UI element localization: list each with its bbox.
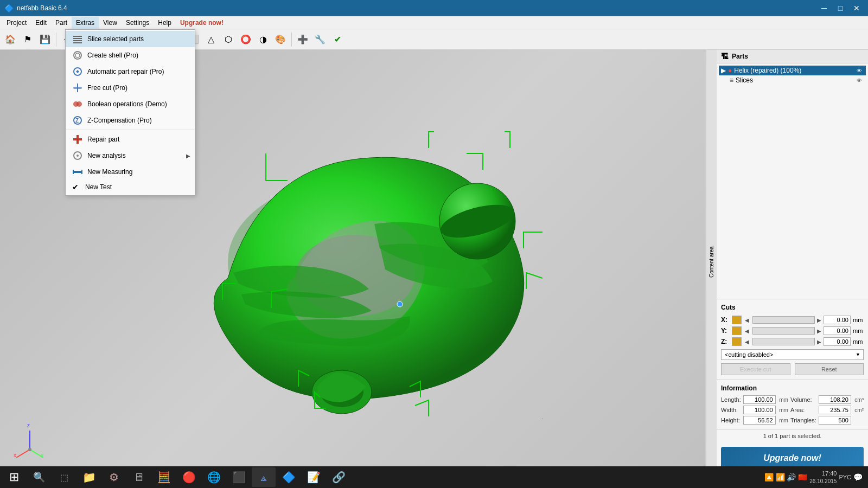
taskbar-item12[interactable]: 🔷 (277, 467, 301, 487)
cut-z-right-arrow[interactable]: ▶ (817, 339, 821, 345)
tray-language: PYC (839, 474, 851, 480)
toolbar-flag[interactable]: ⚑ (20, 31, 36, 48)
menu-item-repair[interactable]: Repair part (66, 131, 195, 147)
taskbar-taskview[interactable]: ⬚ (52, 467, 76, 487)
close-button[interactable]: ✕ (850, 2, 864, 14)
cut-y-right-arrow[interactable]: ▶ (817, 328, 821, 334)
length-unit: mm (779, 397, 788, 403)
taskbar-item5[interactable]: ⚙ (102, 467, 126, 487)
cut-y-color[interactable] (732, 326, 742, 335)
content-area-tab[interactable]: Content area (706, 50, 717, 474)
menu-view[interactable]: View (99, 17, 122, 29)
cut-y-unit: mm (853, 328, 864, 334)
notification-icon[interactable]: 💬 (853, 473, 863, 481)
auto-repair-icon (72, 66, 83, 77)
menu-project[interactable]: Project (2, 17, 31, 29)
toolbar-confirm[interactable]: ✔ (329, 31, 346, 48)
svg-point-6 (397, 301, 403, 307)
svg-text:x: x (14, 452, 16, 458)
menu-item-free-cut[interactable]: Free cut (Pro) (66, 80, 195, 96)
taskbar-item8[interactable]: 🔴 (177, 467, 201, 487)
menu-item-boolean[interactable]: Boolean operations (Demo) (66, 96, 195, 112)
svg-rect-28 (73, 138, 82, 140)
cut-y-label: Y: (721, 327, 730, 335)
taskbar-item6[interactable]: 🖥 (127, 467, 151, 487)
menu-extras[interactable]: Extras (72, 17, 99, 29)
svg-rect-14 (73, 36, 82, 37)
taskbar-item13[interactable]: 📝 (302, 467, 326, 487)
menu-upgrade[interactable]: Upgrade now! (176, 17, 228, 29)
free-cut-label: Free cut (Pro) (87, 84, 127, 92)
svg-text:Z: Z (75, 118, 79, 124)
toolbar-sep3 (291, 33, 292, 47)
menu-item-analysis[interactable]: New analysis ▶ (66, 147, 195, 164)
start-button[interactable]: ⊞ (2, 467, 26, 487)
cut-x-left-arrow[interactable]: ◀ (744, 317, 750, 323)
cut-dropdown-wrapper: <cutting disabled> (721, 349, 864, 360)
cut-x-slider[interactable] (752, 316, 815, 324)
execute-cut-button[interactable]: Execute cut (721, 363, 790, 375)
cut-x-color[interactable] (732, 316, 742, 324)
toolbar-hex[interactable]: ⬡ (220, 31, 237, 48)
toolbar-repair[interactable]: 🔧 (312, 31, 328, 48)
taskbar-explorer[interactable]: 📁 (77, 467, 101, 487)
cut-z-input[interactable] (824, 337, 851, 346)
maximize-button[interactable]: □ (833, 2, 847, 14)
zcomp-icon: Z (72, 115, 83, 126)
cut-dropdown[interactable]: <cutting disabled> (721, 349, 864, 360)
menu-edit[interactable]: Edit (31, 17, 51, 29)
toolbar-add[interactable]: ➕ (295, 31, 311, 48)
menu-item-auto-repair[interactable]: Automatic part repair (Pro) (66, 63, 195, 80)
taskbar-item7[interactable]: 🧮 (152, 467, 176, 487)
toolbar-save[interactable]: 💾 (37, 31, 53, 48)
slices-eye-icon[interactable]: 👁 (855, 78, 864, 84)
taskbar-item10[interactable]: ⬛ (227, 467, 251, 487)
analysis-label: New analysis (87, 152, 126, 159)
cut-y-input[interactable] (824, 326, 851, 335)
length-value (743, 395, 776, 404)
menu-help[interactable]: Help (154, 17, 176, 29)
toolbar-home[interactable]: 🏠 (2, 31, 18, 48)
cut-y-left-arrow[interactable]: ◀ (744, 328, 750, 334)
tree-item-helix[interactable]: ▶ ● Helix (repaired) (100%) 👁 (719, 66, 866, 75)
titlebar: 🔷 netfabb Basic 6.4 ─ □ ✕ (0, 0, 868, 16)
right-panel-inner: Content area 🏗 Parts ▶ ● Helix (repaired… (706, 50, 868, 474)
axis-indicator: x y z (11, 420, 49, 458)
cut-x-input[interactable] (824, 316, 851, 324)
helix-expand-icon: ▶ (721, 67, 726, 74)
taskbar-search[interactable]: 🔍 (27, 467, 51, 487)
parts-tree: ▶ ● Helix (repaired) (100%) 👁 ≡ Slices 👁 (717, 63, 868, 299)
svg-rect-15 (73, 38, 82, 39)
cut-z-left-arrow[interactable]: ◀ (744, 339, 750, 345)
menu-item-test[interactable]: ✔ New Test (66, 180, 195, 194)
menu-item-shell[interactable]: Create shell (Pro) (66, 47, 195, 63)
tree-item-slices[interactable]: ≡ Slices 👁 (727, 75, 866, 85)
measuring-icon (72, 166, 83, 177)
reset-button[interactable]: Reset (795, 363, 864, 375)
svg-point-24 (76, 101, 82, 107)
menu-item-slice[interactable]: Slice selected parts (66, 31, 195, 47)
svg-rect-16 (73, 40, 82, 41)
toolbar-tri[interactable]: △ (203, 31, 219, 48)
minimize-button[interactable]: ─ (817, 2, 831, 14)
boolean-icon (72, 99, 83, 110)
menu-settings[interactable]: Settings (122, 17, 154, 29)
menu-part[interactable]: Part (51, 17, 72, 29)
taskbar-item9[interactable]: 🌐 (202, 467, 226, 487)
slice-label: Slice selected parts (87, 35, 144, 43)
cut-z-slider[interactable] (752, 338, 815, 345)
cut-x-right-arrow[interactable]: ▶ (817, 317, 821, 323)
taskbar-item14[interactable]: 🔗 (327, 467, 350, 487)
helix-eye-icon[interactable]: 👁 (855, 68, 864, 74)
toolbar-circle[interactable]: ⭕ (238, 31, 254, 48)
menu-item-zcomp[interactable]: Z Z-Compensation (Pro) (66, 112, 195, 129)
taskbar-netfabb[interactable]: ⟁ (252, 467, 276, 487)
menu-item-measuring[interactable]: New Measuring (66, 164, 195, 180)
toolbar-half[interactable]: ◑ (255, 31, 271, 48)
area-unit: cm² (854, 407, 864, 413)
area-label: Area: (790, 407, 816, 413)
cut-z-color[interactable] (732, 337, 742, 346)
svg-text:y: y (41, 452, 43, 458)
toolbar-color[interactable]: 🎨 (272, 31, 289, 48)
cut-y-slider[interactable] (752, 327, 815, 335)
